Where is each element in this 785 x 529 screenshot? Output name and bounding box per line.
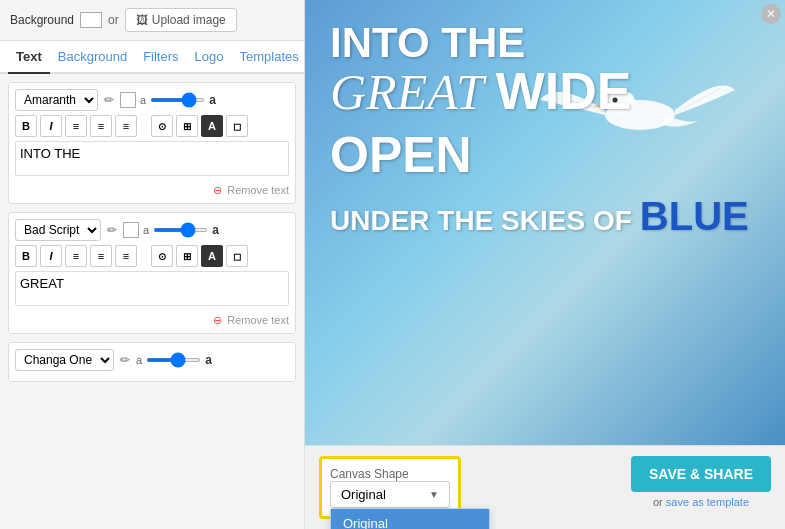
canvas-text-blue-word: BLUE [640,194,749,239]
align-left-2[interactable]: ≡ [65,245,87,267]
opacity-btn-2[interactable]: ⊙ [151,245,173,267]
close-button[interactable]: ✕ [761,4,781,24]
alpha-label-3: a [136,354,142,366]
canvas-image: INTO THE GREAT WIDE OPEN UNDER THE SKIES… [305,0,785,445]
canvas-text-great: GREAT [330,63,484,121]
canvas-shape-label: Canvas Shape [330,467,450,481]
font-select-1[interactable]: Amaranth [15,89,98,111]
background-row: Background or 🖼 Upload image [0,0,304,41]
bold-btn-1[interactable]: B [15,115,37,137]
italic-btn-1[interactable]: I [40,115,62,137]
canvas-text-great-wide: GREAT WIDE [330,61,760,121]
font-row-3: Changa One ✏ a a [15,349,289,371]
dropdown-item-original[interactable]: Original [331,509,489,529]
text-input-1[interactable]: INTO THE [15,141,289,176]
format-row-2: B I ≡ ≡ ≡ ⊙ ⊞ A ◻ [15,245,289,267]
background-color-swatch[interactable] [80,12,102,28]
remove-text-btn-2[interactable]: ⊖ Remove text [213,314,289,327]
or-label-save: or [653,496,663,508]
alpha-label-1: a [140,94,146,106]
text-input-2[interactable]: GREAT [15,271,289,306]
save-share-button[interactable]: SAVE & SHARE [631,456,771,492]
canvas-text-under: UNDER THE SKIES OF BLUE [330,194,760,239]
font-row-1: Amaranth ✏ a a [15,89,289,111]
italic-btn-2[interactable]: I [40,245,62,267]
save-template-row: or save as template [653,496,749,508]
background-label: Background [10,13,74,27]
or-label: or [108,13,119,27]
right-panel: ✕ [305,0,785,529]
font-select-2[interactable]: Bad Script [15,219,101,241]
remove-icon-2: ⊖ [213,314,222,326]
align-right-2[interactable]: ≡ [115,245,137,267]
shadow-btn-2[interactable]: ◻ [226,245,248,267]
eyedropper-btn-1[interactable]: ✏ [102,91,116,109]
canvas-text-wide: WIDE [496,61,632,121]
alpha-label-2: a [143,224,149,236]
shape-select-button[interactable]: Original ▼ [330,481,450,508]
eyedropper-btn-2[interactable]: ✏ [105,221,119,239]
opacity-btn-1[interactable]: ⊙ [151,115,173,137]
align-right-1[interactable]: ≡ [115,115,137,137]
align-center-1[interactable]: ≡ [90,115,112,137]
shape-select-value: Original [341,487,386,502]
a-label-1: a [209,93,216,107]
tab-text[interactable]: Text [8,41,50,74]
upload-image-button[interactable]: 🖼 Upload image [125,8,237,32]
text-sections: Amaranth ✏ a a B I ≡ ≡ ≡ ⊙ ⊞ A ◻ INTO TH… [0,74,304,529]
text-color-btn-2[interactable]: A [201,245,223,267]
eyedropper-btn-3[interactable]: ✏ [118,351,132,369]
shadow-btn-1[interactable]: ◻ [226,115,248,137]
tab-templates[interactable]: Templates [231,41,305,74]
bottom-bar: Canvas Shape Original ▼ Original Wide (T… [305,445,785,529]
remove-text-row-1: ⊖ Remove text [15,182,289,197]
remove-text-row-2: ⊖ Remove text [15,312,289,327]
canvas-area: INTO THE GREAT WIDE OPEN UNDER THE SKIES… [305,0,785,445]
canvas-shape-dropdown: Original Wide (Twitter) Tall (Pinterest)… [330,508,490,529]
alpha-slider-2[interactable] [153,228,208,232]
a-label-3: a [205,353,212,367]
remove-text-btn-1[interactable]: ⊖ Remove text [213,184,289,197]
text-block-2: Bad Script ✏ a a B I ≡ ≡ ≡ ⊙ ⊞ A ◻ GREAT [8,212,296,334]
bold-btn-2[interactable]: B [15,245,37,267]
color-swatch-2[interactable] [123,222,139,238]
align-center-2[interactable]: ≡ [90,245,112,267]
a-label-2: a [212,223,219,237]
format-row-1: B I ≡ ≡ ≡ ⊙ ⊞ A ◻ [15,115,289,137]
save-as-template-link[interactable]: save as template [666,496,749,508]
tabs-row: Text Background Filters Logo Templates [0,41,304,74]
text-block-1: Amaranth ✏ a a B I ≡ ≡ ≡ ⊙ ⊞ A ◻ INTO TH… [8,82,296,204]
font-row-2: Bad Script ✏ a a [15,219,289,241]
color-swatch-1[interactable] [120,92,136,108]
image-icon: 🖼 [136,13,148,27]
text-color-btn-1[interactable]: A [201,115,223,137]
tab-background[interactable]: Background [50,41,135,74]
left-panel: Background or 🖼 Upload image Text Backgr… [0,0,305,529]
remove-icon-1: ⊖ [213,184,222,196]
font-select-3[interactable]: Changa One [15,349,114,371]
align-left-1[interactable]: ≡ [65,115,87,137]
canvas-text-open: OPEN [330,126,760,184]
alpha-slider-1[interactable] [150,98,205,102]
tab-filters[interactable]: Filters [135,41,186,74]
canvas-shape-section: Canvas Shape Original ▼ Original Wide (T… [319,456,461,519]
upload-image-label: Upload image [152,13,226,27]
tab-logo[interactable]: Logo [187,41,232,74]
shape-select-wrapper: Original ▼ Original Wide (Twitter) Tall … [330,481,450,508]
alpha-slider-3[interactable] [146,358,201,362]
canvas-text-under-white: UNDER THE SKIES OF [330,205,632,237]
canvas-text-into: INTO THE [330,20,760,66]
pattern-btn-2[interactable]: ⊞ [176,245,198,267]
pattern-btn-1[interactable]: ⊞ [176,115,198,137]
save-section: SAVE & SHARE or save as template [631,456,771,508]
text-block-3: Changa One ✏ a a [8,342,296,382]
chevron-down-icon: ▼ [429,489,439,500]
